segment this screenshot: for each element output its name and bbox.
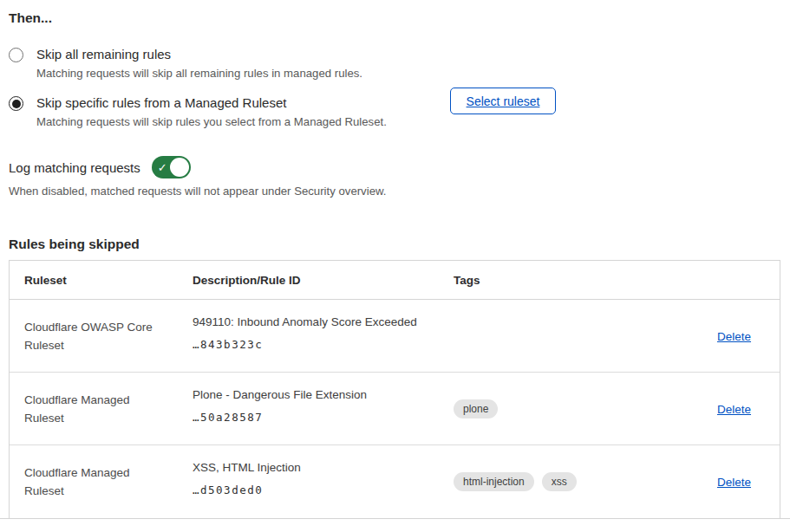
table-header-row: Ruleset Description/Rule ID Tags (10, 261, 780, 300)
option-label-skip-specific[interactable]: Skip specific rules from a Managed Rules… (36, 94, 387, 111)
ruleset-name: Cloudflare OWASP Core Ruleset (10, 318, 193, 354)
column-header-ruleset: Ruleset (10, 274, 193, 287)
bottom-divider (0, 518, 790, 519)
rule-id: …d503ded0 (193, 483, 445, 496)
rule-actions-cell: Delete (717, 328, 780, 344)
delete-link[interactable]: Delete (717, 476, 751, 489)
waf-rule-config-page: Then... Skip all remaining rules Matchin… (0, 0, 790, 532)
rule-tags-cell: plone (454, 399, 717, 418)
log-matching-requests-toggle[interactable]: ✓ (152, 156, 191, 178)
ruleset-name: Cloudflare Managed Ruleset (10, 391, 193, 427)
column-header-tags: Tags (454, 274, 717, 287)
option-label-skip-all[interactable]: Skip all remaining rules (36, 46, 362, 62)
rule-description-cell: 949110: Inbound Anomaly Score Exceeded …… (193, 300, 454, 372)
option-description-skip-all: Matching requests will skip all remainin… (36, 67, 362, 81)
rule-description: Plone - Dangerous File Extension (193, 387, 445, 402)
delete-link[interactable]: Delete (717, 330, 751, 343)
rule-tags-cell: html-injection xss (454, 472, 717, 491)
rule-id: …843b323c (193, 338, 445, 351)
rule-description-cell: Plone - Dangerous File Extension …50a285… (193, 373, 454, 444)
tag-pill: xss (542, 472, 577, 491)
rules-being-skipped-table: Ruleset Description/Rule ID Tags Cloudfl… (9, 260, 780, 519)
rule-id: …50a28587 (193, 411, 445, 424)
log-matching-requests-description: When disabled, matched requests will not… (9, 185, 780, 198)
column-header-description-rule-id: Description/Rule ID (193, 274, 454, 287)
toggle-knob (170, 158, 189, 177)
rule-actions-cell: Delete (717, 474, 780, 490)
ruleset-name: Cloudflare Managed Ruleset (10, 464, 193, 500)
option-body: Skip specific rules from a Managed Rules… (36, 94, 387, 129)
table-row: Cloudflare Managed Ruleset XSS, HTML Inj… (10, 445, 780, 518)
then-heading: Then... (9, 10, 780, 25)
rule-description: XSS, HTML Injection (193, 460, 445, 475)
rule-actions-cell: Delete (717, 401, 780, 417)
option-body: Skip all remaining rules Matching reques… (36, 46, 362, 81)
log-matching-requests-label: Log matching requests (9, 160, 140, 175)
tag-pill: html-injection (454, 472, 534, 491)
check-icon: ✓ (158, 162, 167, 173)
tag-pill: plone (454, 399, 498, 418)
option-skip-specific-rules: Skip specific rules from a Managed Rules… (9, 94, 780, 129)
radio-skip-specific-rules[interactable] (9, 96, 23, 111)
table-row: Cloudflare Managed Ruleset Plone - Dange… (10, 373, 780, 445)
radio-skip-all-remaining-rules[interactable] (9, 48, 23, 62)
rule-description-cell: XSS, HTML Injection …d503ded0 (193, 445, 454, 518)
option-skip-all-remaining-rules: Skip all remaining rules Matching reques… (9, 46, 780, 81)
rule-description: 949110: Inbound Anomaly Score Exceeded (193, 315, 445, 329)
table-row: Cloudflare OWASP Core Ruleset 949110: In… (10, 300, 780, 373)
select-ruleset-button[interactable]: Select ruleset (450, 88, 556, 114)
option-description-skip-specific: Matching requests will skip rules you se… (36, 115, 387, 129)
log-matching-requests-row: Log matching requests ✓ (9, 156, 780, 178)
delete-link[interactable]: Delete (717, 403, 751, 416)
rules-being-skipped-heading: Rules being skipped (9, 237, 780, 251)
